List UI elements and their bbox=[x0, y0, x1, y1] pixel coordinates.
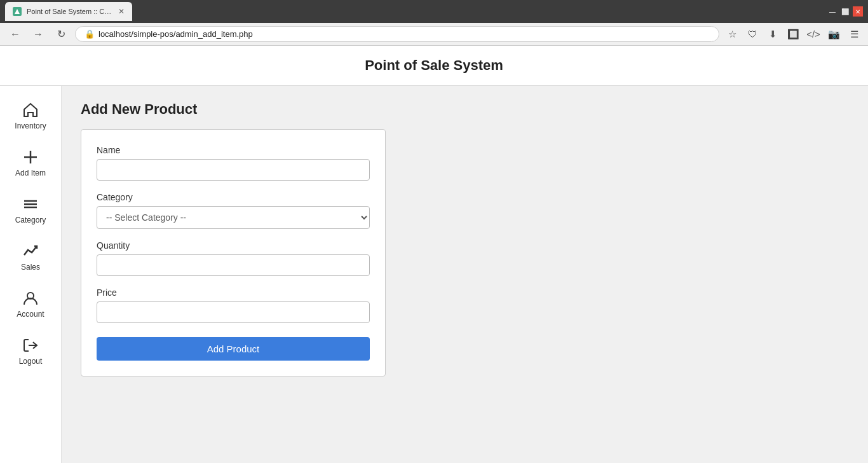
sidebar-label-sales: Sales bbox=[21, 263, 40, 272]
price-label: Price bbox=[97, 287, 370, 298]
sidebar-item-add-item[interactable]: Add Item bbox=[0, 139, 61, 186]
tab-title: Point of Sale System :: Categori... bbox=[27, 8, 113, 15]
maximize-button[interactable]: ⬜ bbox=[840, 6, 850, 17]
name-label: Name bbox=[97, 145, 370, 155]
main-content: Add New Product Name Category -- Select … bbox=[62, 86, 868, 463]
chart-icon bbox=[22, 242, 39, 260]
browser-chrome: Point of Sale System :: Categori... ✕ — … bbox=[0, 0, 868, 23]
price-field-group: Price bbox=[97, 287, 370, 323]
app-header: Point of Sale System bbox=[0, 46, 868, 86]
category-field-group: Category -- Select Category -- bbox=[97, 192, 370, 229]
reload-button[interactable]: ↻ bbox=[52, 25, 70, 43]
minimize-button[interactable]: — bbox=[827, 6, 837, 17]
svg-marker-0 bbox=[15, 9, 20, 14]
tab-bar: Point of Sale System :: Categori... ✕ bbox=[5, 2, 824, 21]
sidebar-item-logout[interactable]: Logout bbox=[0, 328, 61, 375]
shield-icon[interactable]: 🛡 bbox=[745, 27, 760, 42]
quantity-input[interactable] bbox=[97, 254, 370, 276]
category-label: Category bbox=[97, 192, 370, 202]
sidebar-label-category: Category bbox=[15, 216, 46, 225]
url-bar[interactable]: 🔒 localhost/simple-pos/admin_add_item.ph… bbox=[75, 26, 719, 42]
app-title: Point of Sale System bbox=[365, 57, 503, 73]
tab-favicon bbox=[13, 7, 22, 16]
sidebar-label-account: Account bbox=[17, 310, 44, 319]
name-field-group: Name bbox=[97, 145, 370, 181]
code-icon[interactable]: </> bbox=[806, 27, 821, 42]
quantity-label: Quantity bbox=[97, 240, 370, 251]
back-button[interactable]: ← bbox=[6, 25, 24, 43]
page-title: Add New Product bbox=[81, 101, 849, 118]
browser-tab[interactable]: Point of Sale System :: Categori... ✕ bbox=[5, 2, 132, 21]
name-input[interactable] bbox=[97, 159, 370, 181]
sidebar-label-add-item: Add Item bbox=[15, 169, 46, 177]
category-select[interactable]: -- Select Category -- bbox=[97, 206, 370, 229]
home-icon bbox=[22, 101, 39, 119]
download-icon[interactable]: ⬇ bbox=[765, 27, 780, 42]
window-controls: — ⬜ ✕ bbox=[827, 6, 863, 17]
user-icon bbox=[22, 289, 39, 307]
sidebar-item-category[interactable]: Category bbox=[0, 186, 61, 233]
sidebar-label-logout: Logout bbox=[19, 357, 43, 366]
menu-icon[interactable]: ☰ bbox=[846, 27, 862, 42]
logout-icon bbox=[22, 336, 39, 354]
tab-close-button[interactable]: ✕ bbox=[118, 7, 125, 16]
add-product-button[interactable]: Add Product bbox=[97, 337, 370, 361]
sidebar-label-inventory: Inventory bbox=[15, 121, 46, 130]
menu-lines-icon bbox=[22, 195, 39, 213]
price-input[interactable] bbox=[97, 301, 370, 323]
sidebar-item-inventory[interactable]: Inventory bbox=[0, 92, 61, 139]
extension-icon[interactable]: 🔲 bbox=[785, 27, 801, 42]
url-text: localhost/simple-pos/admin_add_item.php bbox=[98, 29, 253, 39]
address-bar: ← → ↻ 🔒 localhost/simple-pos/admin_add_i… bbox=[0, 23, 868, 46]
toolbar-icons: ☆ 🛡 ⬇ 🔲 </> 📷 ☰ bbox=[724, 27, 862, 42]
bookmark-icon[interactable]: ☆ bbox=[724, 27, 740, 42]
app-body: Inventory Add Item Category bbox=[0, 86, 868, 463]
close-button[interactable]: ✕ bbox=[853, 6, 863, 17]
sidebar: Inventory Add Item Category bbox=[0, 86, 62, 463]
plus-icon bbox=[22, 148, 39, 166]
camera-icon[interactable]: 📷 bbox=[826, 27, 841, 42]
add-product-form-card: Name Category -- Select Category -- Quan… bbox=[81, 129, 386, 377]
forward-button[interactable]: → bbox=[29, 25, 47, 43]
sidebar-item-sales[interactable]: Sales bbox=[0, 233, 61, 280]
sidebar-item-account[interactable]: Account bbox=[0, 280, 61, 328]
quantity-field-group: Quantity bbox=[97, 240, 370, 276]
